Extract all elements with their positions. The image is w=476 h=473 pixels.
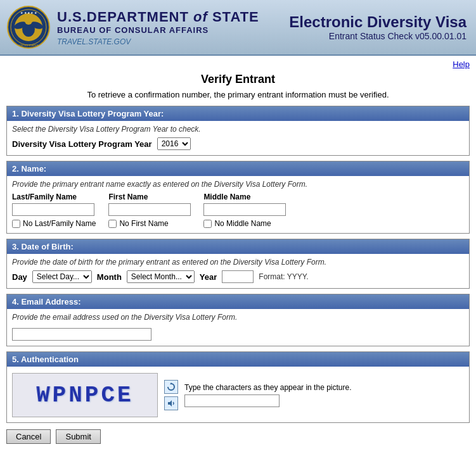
no-middle-row: No Middle Name xyxy=(203,219,286,228)
name-fields-row: Last/Family Name No Last/Family Name Fir… xyxy=(12,192,464,228)
no-middle-checkbox[interactable] xyxy=(203,220,212,228)
section-year-body: Select the Diversity Visa Lottery Progra… xyxy=(7,121,469,155)
middle-name-label: Middle Name xyxy=(203,192,286,201)
section-name: 2. Name: Provide the primary entrant nam… xyxy=(6,161,470,234)
captcha-image: WPNPCE xyxy=(12,373,158,417)
auth-row: WPNPCE xyxy=(12,373,464,417)
no-last-label: No Last/Family Name xyxy=(23,219,96,228)
section-year: 1. Diversity Visa Lottery Program Year: … xyxy=(6,106,470,156)
middle-name-input[interactable] xyxy=(203,203,286,216)
page-title: Verify Entrant xyxy=(6,73,470,86)
dept-title: U.S.DEPARTMENT of STATE xyxy=(57,9,289,25)
section-dob-header: 3. Date of Birth: xyxy=(7,239,469,254)
dept-seal: ★ ★ ★ ★ ★ UNITED STATES xyxy=(6,5,51,49)
cancel-button[interactable]: Cancel xyxy=(6,429,51,444)
last-name-group: Last/Family Name No Last/Family Name xyxy=(12,192,96,228)
auth-right: Type the characters as they appear in th… xyxy=(184,383,351,407)
format-text: Format: YYYY. xyxy=(259,272,308,281)
no-first-label: No First Name xyxy=(119,219,168,228)
audio-icon xyxy=(167,399,176,408)
page-header: ★ ★ ★ ★ ★ UNITED STATES U.S.DEPARTMENT o… xyxy=(0,0,476,56)
top-nav: Help xyxy=(0,56,476,73)
page-description: To retrieve a confirmation number, the p… xyxy=(6,90,470,99)
section-email-body: Provide the email address used on the Di… xyxy=(7,309,469,346)
year-input[interactable] xyxy=(222,270,254,283)
section-name-header: 2. Name: xyxy=(7,161,469,176)
section-auth-header: 5. Authentication xyxy=(7,352,469,367)
captcha-refresh-button[interactable] xyxy=(164,380,178,394)
captcha-input[interactable] xyxy=(184,394,280,407)
no-first-checkbox[interactable] xyxy=(108,220,117,228)
bureau-title: BUREAU OF CONSULAR AFFAIRS xyxy=(57,25,289,35)
section-auth: 5. Authentication WPNPCE xyxy=(6,351,470,423)
email-input[interactable] xyxy=(12,328,151,341)
section-year-instruction: Select the Diversity Visa Lottery Progra… xyxy=(12,125,464,134)
section-email-instruction: Provide the email address used on the Di… xyxy=(12,313,464,322)
refresh-icon xyxy=(167,382,176,391)
year-label: Year xyxy=(200,272,217,282)
section-dob-instruction: Provide the date of birth for the primar… xyxy=(12,258,464,267)
dob-row: Day Select Day... 12345 678910 111213141… xyxy=(12,270,464,283)
no-last-checkbox[interactable] xyxy=(12,220,20,228)
svg-point-6 xyxy=(25,17,32,25)
section-dob: 3. Date of Birth: Provide the date of bi… xyxy=(6,239,470,289)
button-row: Cancel Submit xyxy=(6,429,470,446)
captcha-text: WPNPCE xyxy=(35,382,134,408)
edv-title: Electronic Diversity Visa xyxy=(289,13,466,31)
section-dob-body: Provide the date of birth for the primar… xyxy=(7,254,469,288)
last-name-label: Last/Family Name xyxy=(12,192,96,201)
section-year-header: 1. Diversity Visa Lottery Program Year: xyxy=(7,106,469,121)
section-name-body: Provide the primary entrant name exactly… xyxy=(7,176,469,233)
section-name-instruction: Provide the primary entrant name exactly… xyxy=(12,180,464,189)
first-name-group: First Name No First Name xyxy=(108,192,191,228)
year-select[interactable]: 2016 2014 2015 2017 xyxy=(157,137,191,150)
svg-text:UNITED STATES: UNITED STATES xyxy=(19,44,39,47)
year-dropdown-label: Diversity Visa Lottery Program Year xyxy=(12,139,152,149)
svg-marker-10 xyxy=(168,400,172,407)
main-content: Verify Entrant To retrieve a confirmatio… xyxy=(0,73,476,453)
travel-url: TRAVEL.STATE.GOV xyxy=(57,37,289,46)
header-right: Electronic Diversity Visa Entrant Status… xyxy=(289,13,470,41)
month-label: Month xyxy=(97,272,122,282)
day-label: Day xyxy=(12,272,27,282)
section-auth-body: WPNPCE xyxy=(7,367,469,422)
captcha-controls xyxy=(164,380,178,410)
svg-text:★ ★ ★ ★ ★: ★ ★ ★ ★ ★ xyxy=(20,11,37,15)
middle-name-group: Middle Name No Middle Name xyxy=(203,192,286,228)
last-name-input[interactable] xyxy=(12,203,94,216)
submit-button[interactable]: Submit xyxy=(56,429,100,444)
day-select[interactable]: Select Day... 12345 678910 1112131415 16… xyxy=(32,270,92,283)
no-last-row: No Last/Family Name xyxy=(12,219,96,228)
captcha-audio-button[interactable] xyxy=(164,396,178,410)
year-dropdown-row: Diversity Visa Lottery Program Year 2016… xyxy=(12,137,464,150)
first-name-input[interactable] xyxy=(108,203,191,216)
section-email-header: 4. Email Address: xyxy=(7,294,469,309)
no-first-row: No First Name xyxy=(108,219,191,228)
esc-title: Entrant Status Check v05.00.01.01 xyxy=(289,31,466,41)
header-dept-text: U.S.DEPARTMENT of STATE BUREAU OF CONSUL… xyxy=(51,9,289,46)
first-name-label: First Name xyxy=(108,192,191,201)
no-middle-label: No Middle Name xyxy=(214,219,271,228)
help-link[interactable]: Help xyxy=(453,60,470,69)
section-email: 4. Email Address: Provide the email addr… xyxy=(6,294,470,346)
auth-instruction: Type the characters as they appear in th… xyxy=(184,383,351,392)
month-select[interactable]: Select Month... JanuaryFebruaryMarch Apr… xyxy=(127,270,195,283)
